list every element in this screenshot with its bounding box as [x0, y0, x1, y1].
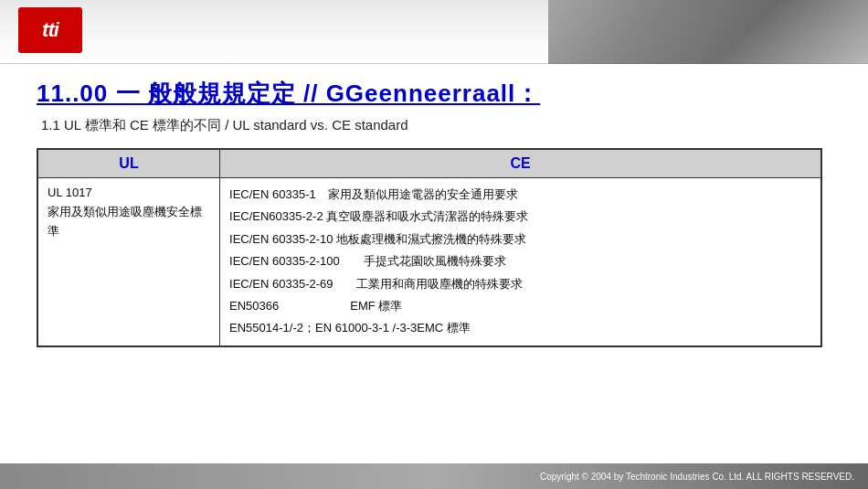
subtitle-line: 1.1 UL 標準和 CE 標準的不同 / UL standard vs. CE… — [41, 117, 831, 134]
slide-title: 11..00 一 般般規規定定 // GGeenneerraall： — [37, 78, 831, 110]
ce-content: IEC/EN 60335-1 家用及類似用途電器的安全通用要求 IEC/EN60… — [220, 178, 821, 346]
ce-row-7: EN55014-1/-2；EN 61000-3-1 /-3-3EMC 標準 — [229, 317, 811, 338]
header: tti — [0, 0, 868, 64]
logo-container: tti — [18, 7, 91, 58]
title-section: 11..00 一 般般規規定定 // GGeenneerraall： 1.1 U… — [37, 78, 831, 134]
logo-box: tti — [18, 7, 82, 53]
ce-header: CE — [220, 149, 821, 178]
ce-row-3: IEC/EN 60335-2-10 地板處理機和濕式擦洗機的特殊要求 — [229, 229, 811, 250]
header-bg-decoration — [548, 0, 868, 64]
footer-text: Copyright © 2004 by Techtronic Industrie… — [540, 472, 854, 482]
ul-header: UL — [37, 149, 220, 178]
ul-line2: 家用及類似用途吸塵機安全標準 — [48, 203, 210, 241]
table-row: UL 1017 家用及類似用途吸塵機安全標準 IEC/EN 60335-1 家用… — [37, 178, 821, 346]
ce-row-6: EN50366 EMF 標準 — [229, 295, 811, 316]
ce-row-2: IEC/EN60335-2-2 真空吸塵器和吸水式清潔器的特殊要求 — [229, 206, 811, 227]
ce-row-5: IEC/EN 60335-2-69 工業用和商用吸塵機的特殊要求 — [229, 273, 811, 294]
footer: Copyright © 2004 by Techtronic Industrie… — [0, 463, 868, 489]
logo-text: tti — [42, 18, 58, 42]
ce-row-4: IEC/EN 60335-2-100 手提式花園吹風機特殊要求 — [229, 250, 811, 271]
ce-row-1: IEC/EN 60335-1 家用及類似用途電器的安全通用要求 — [229, 184, 811, 205]
ul-line1: UL 1017 — [48, 184, 210, 203]
standards-table: UL CE UL 1017 家用及類似用途吸塵機安全標準 IEC/EN 6033… — [37, 148, 822, 347]
main-content: 11..00 一 般般規規定定 // GGeenneerraall： 1.1 U… — [0, 64, 868, 356]
ul-content: UL 1017 家用及類似用途吸塵機安全標準 — [37, 178, 220, 346]
ce-rows: IEC/EN 60335-1 家用及類似用途電器的安全通用要求 IEC/EN60… — [229, 184, 811, 339]
table-header-row: UL CE — [37, 149, 821, 178]
